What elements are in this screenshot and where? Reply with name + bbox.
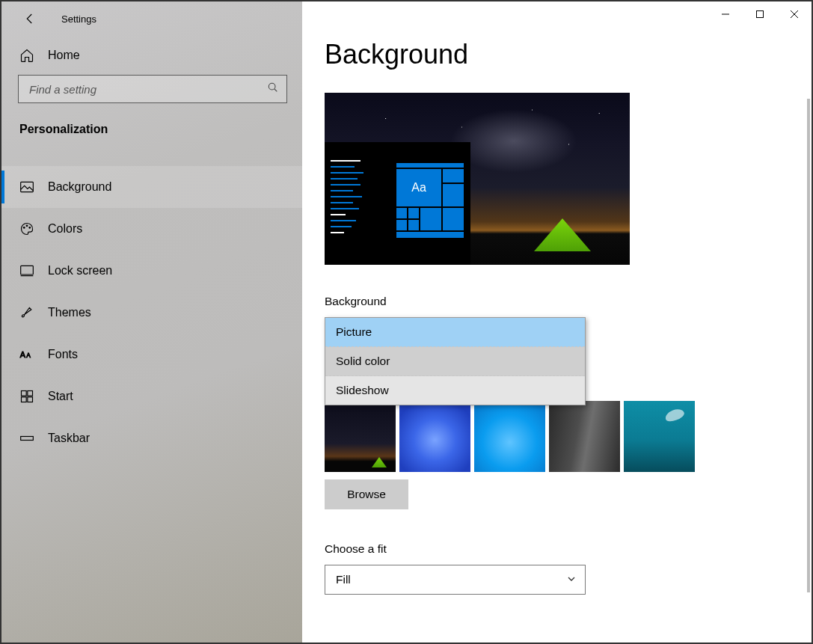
background-dropdown[interactable]: Picture Solid color Slideshow xyxy=(325,317,586,405)
chevron-down-icon xyxy=(567,573,576,586)
nav-list: Background Colors Lock screen Themes xyxy=(1,166,302,459)
start-icon xyxy=(19,389,34,404)
page-title: Background xyxy=(325,39,812,70)
maximize-button[interactable] xyxy=(743,3,777,25)
taskbar-icon xyxy=(19,431,34,446)
window-title: Settings xyxy=(61,13,96,25)
search-input[interactable] xyxy=(29,83,267,96)
fit-selected-value: Fill xyxy=(336,573,351,586)
sidebar-item-fonts[interactable]: AA Fonts xyxy=(1,334,302,375)
svg-rect-8 xyxy=(22,391,27,396)
background-field-label: Background xyxy=(325,295,812,308)
sidebar-item-label: Taskbar xyxy=(48,432,90,445)
dropdown-option-solid-color[interactable]: Solid color xyxy=(325,347,585,376)
dropdown-option-picture[interactable]: Picture xyxy=(325,318,585,347)
brush-icon xyxy=(19,305,34,320)
sidebar-item-label: Fonts xyxy=(48,348,78,361)
preview-aa: Aa xyxy=(396,169,441,206)
sidebar-item-colors[interactable]: Colors xyxy=(1,208,302,250)
sidebar-item-lock-screen[interactable]: Lock screen xyxy=(1,250,302,292)
picture-thumbnails xyxy=(325,401,812,472)
search-icon xyxy=(267,82,279,96)
home-link[interactable]: Home xyxy=(1,36,302,75)
svg-point-2 xyxy=(23,227,25,229)
svg-point-0 xyxy=(269,83,275,90)
sidebar-item-label: Background xyxy=(48,180,111,194)
image-icon xyxy=(19,180,34,194)
svg-point-4 xyxy=(29,227,31,229)
window-controls xyxy=(708,3,812,25)
svg-text:A: A xyxy=(20,350,26,359)
svg-point-3 xyxy=(26,225,28,227)
svg-text:A: A xyxy=(26,352,31,359)
sidebar: Settings Home Personalization xyxy=(1,1,302,643)
thumbnail-2[interactable] xyxy=(399,401,470,472)
preview-tent xyxy=(534,218,591,251)
close-button[interactable] xyxy=(777,3,812,25)
sidebar-item-label: Colors xyxy=(48,222,82,236)
svg-rect-12 xyxy=(21,437,34,441)
sidebar-item-label: Themes xyxy=(48,306,91,319)
home-label: Home xyxy=(48,49,80,62)
minimize-button[interactable] xyxy=(708,3,743,25)
sidebar-item-label: Lock screen xyxy=(48,264,112,277)
desktop-preview: Aa xyxy=(325,93,630,265)
home-icon xyxy=(19,48,34,63)
lock-screen-icon xyxy=(19,263,34,278)
sidebar-item-background[interactable]: Background xyxy=(1,166,302,208)
thumbnail-1[interactable] xyxy=(325,401,396,472)
scrollbar-thumb[interactable] xyxy=(807,99,810,592)
palette-icon xyxy=(19,221,34,236)
search-box[interactable] xyxy=(18,75,287,103)
sidebar-item-themes[interactable]: Themes xyxy=(1,292,302,334)
svg-rect-10 xyxy=(22,397,27,402)
svg-rect-9 xyxy=(28,391,33,396)
thumbnail-5[interactable] xyxy=(624,401,695,472)
titlebar: Settings xyxy=(1,1,302,36)
svg-rect-11 xyxy=(28,397,33,402)
svg-rect-13 xyxy=(757,11,764,18)
preview-start-mock: Aa xyxy=(325,142,470,265)
svg-rect-5 xyxy=(21,266,34,275)
thumbnail-3[interactable] xyxy=(474,401,545,472)
sidebar-item-taskbar[interactable]: Taskbar xyxy=(1,417,302,459)
sidebar-item-label: Start xyxy=(48,390,73,403)
content: Background xyxy=(302,1,812,643)
browse-button[interactable]: Browse xyxy=(325,479,408,509)
fit-dropdown[interactable]: Fill xyxy=(325,565,586,595)
thumbnail-4[interactable] xyxy=(549,401,620,472)
sidebar-item-start[interactable]: Start xyxy=(1,375,302,417)
dropdown-option-slideshow[interactable]: Slideshow xyxy=(325,376,585,405)
back-button[interactable] xyxy=(13,2,46,35)
fonts-icon: AA xyxy=(19,347,34,362)
svg-rect-1 xyxy=(21,182,34,191)
fit-field-label: Choose a fit xyxy=(325,542,812,556)
section-title: Personalization xyxy=(1,115,302,151)
